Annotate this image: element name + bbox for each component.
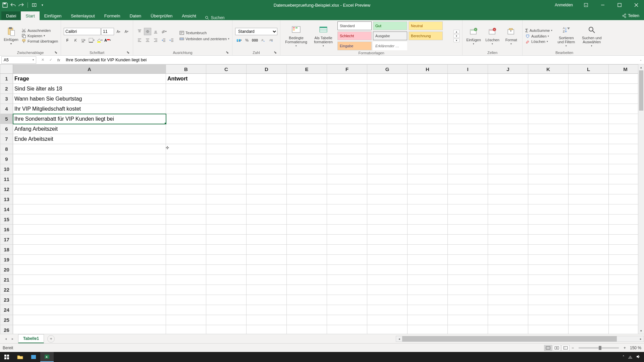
cell-A5[interactable]: Ihre Sonderrabatt für VIP Kunden liegt b… bbox=[13, 114, 166, 124]
decrease-font-icon[interactable]: A▾ bbox=[123, 28, 130, 35]
insert-function-icon[interactable]: fx bbox=[55, 57, 62, 63]
cell-C8[interactable] bbox=[206, 144, 247, 154]
format-as-table-button[interactable]: Als Tabelle formatieren▾ bbox=[311, 24, 335, 48]
cell-D24[interactable] bbox=[247, 305, 287, 315]
zoom-slider[interactable] bbox=[579, 347, 619, 349]
cell-F24[interactable] bbox=[327, 305, 367, 315]
cell-H20[interactable] bbox=[408, 265, 448, 275]
cell-C16[interactable] bbox=[206, 225, 247, 235]
underline-button[interactable]: U▾ bbox=[80, 37, 87, 44]
cell-F11[interactable] bbox=[327, 174, 367, 184]
cell-M19[interactable] bbox=[609, 255, 642, 265]
cell-K5[interactable] bbox=[528, 114, 569, 124]
cell-B4[interactable] bbox=[166, 104, 206, 114]
cell-D18[interactable] bbox=[247, 245, 287, 255]
cell-I3[interactable] bbox=[448, 94, 488, 104]
row-header-20[interactable]: 20 bbox=[0, 265, 13, 275]
cell-B13[interactable] bbox=[166, 194, 206, 204]
cell-G21[interactable] bbox=[367, 275, 408, 285]
cell-J9[interactable] bbox=[488, 154, 528, 164]
cell-D10[interactable] bbox=[247, 164, 287, 174]
insert-cells-button[interactable]: +Einfügen▾ bbox=[465, 26, 482, 46]
cell-F5[interactable] bbox=[327, 114, 367, 124]
cell-L4[interactable] bbox=[569, 104, 609, 114]
cell-I14[interactable] bbox=[448, 204, 488, 215]
cell-H19[interactable] bbox=[408, 255, 448, 265]
hscroll-thumb[interactable] bbox=[402, 336, 617, 342]
cell-K1[interactable] bbox=[528, 74, 569, 84]
cell-D2[interactable] bbox=[247, 84, 287, 94]
col-header-G[interactable]: G bbox=[367, 65, 408, 74]
cell-A11[interactable] bbox=[13, 174, 166, 184]
cell-J25[interactable] bbox=[488, 315, 528, 325]
row-header-10[interactable]: 10 bbox=[0, 164, 13, 174]
tray-volume-icon[interactable] bbox=[636, 355, 641, 359]
cell-C13[interactable] bbox=[206, 194, 247, 204]
cell-I8[interactable] bbox=[448, 144, 488, 154]
cell-A3[interactable]: Wann haben Sie Geburtstag bbox=[13, 94, 166, 104]
cell-G6[interactable] bbox=[367, 124, 408, 134]
align-top-icon[interactable] bbox=[136, 28, 143, 35]
cell-H26[interactable] bbox=[408, 325, 448, 334]
bold-button[interactable]: F bbox=[64, 37, 71, 44]
cut-button[interactable]: Ausschneiden bbox=[21, 28, 58, 33]
cell-B10[interactable] bbox=[166, 164, 206, 174]
align-right-icon[interactable] bbox=[152, 37, 159, 44]
tray-chevron-icon[interactable]: ˄ bbox=[623, 355, 625, 359]
cell-B5[interactable] bbox=[166, 114, 206, 124]
cell-H7[interactable] bbox=[408, 134, 448, 144]
cell-I13[interactable] bbox=[448, 194, 488, 204]
row-header-5[interactable]: 5 bbox=[0, 114, 13, 124]
cell-J3[interactable] bbox=[488, 94, 528, 104]
cell-L2[interactable] bbox=[569, 84, 609, 94]
cell-E4[interactable] bbox=[287, 104, 327, 114]
cell-E5[interactable] bbox=[287, 114, 327, 124]
cell-B21[interactable] bbox=[166, 275, 206, 285]
cell-K25[interactable] bbox=[528, 315, 569, 325]
row-header-21[interactable]: 21 bbox=[0, 275, 13, 285]
cell-C6[interactable] bbox=[206, 124, 247, 134]
cell-L3[interactable] bbox=[569, 94, 609, 104]
tab-datei[interactable]: Datei bbox=[1, 11, 21, 20]
cell-D4[interactable] bbox=[247, 104, 287, 114]
row-header-24[interactable]: 24 bbox=[0, 305, 13, 315]
cell-C2[interactable] bbox=[206, 84, 247, 94]
cell-E21[interactable] bbox=[287, 275, 327, 285]
format-painter-button[interactable]: Format übertragen bbox=[21, 39, 58, 44]
cell-M17[interactable] bbox=[609, 235, 642, 245]
cell-K26[interactable] bbox=[528, 325, 569, 334]
tray-network-icon[interactable] bbox=[628, 355, 633, 359]
cell-L9[interactable] bbox=[569, 154, 609, 164]
cell-A17[interactable] bbox=[13, 235, 166, 245]
cell-G12[interactable] bbox=[367, 184, 408, 194]
cell-E1[interactable] bbox=[287, 74, 327, 84]
cell-A21[interactable] bbox=[13, 275, 166, 285]
col-header-D[interactable]: D bbox=[247, 65, 287, 74]
cell-B11[interactable] bbox=[166, 174, 206, 184]
wrap-text-button[interactable]: Textumbruch bbox=[179, 31, 229, 35]
col-header-K[interactable]: K bbox=[528, 65, 569, 74]
col-header-E[interactable]: E bbox=[287, 65, 327, 74]
cell-F3[interactable] bbox=[327, 94, 367, 104]
cell-C19[interactable] bbox=[206, 255, 247, 265]
delete-cells-button[interactable]: ×Löschen▾ bbox=[484, 26, 501, 46]
cell-E13[interactable] bbox=[287, 194, 327, 204]
cell-H21[interactable] bbox=[408, 275, 448, 285]
cell-F4[interactable] bbox=[327, 104, 367, 114]
border-button[interactable]: ▾ bbox=[88, 37, 95, 44]
cell-C4[interactable] bbox=[206, 104, 247, 114]
cell-K24[interactable] bbox=[528, 305, 569, 315]
cell-A18[interactable] bbox=[13, 245, 166, 255]
undo-icon[interactable] bbox=[10, 2, 16, 8]
cell-M1[interactable] bbox=[609, 74, 642, 84]
cell-H23[interactable] bbox=[408, 295, 448, 305]
cell-G9[interactable] bbox=[367, 154, 408, 164]
tab-formeln[interactable]: Formeln bbox=[100, 11, 125, 20]
add-sheet-button[interactable]: + bbox=[47, 335, 55, 343]
cell-I22[interactable] bbox=[448, 285, 488, 295]
cell-G19[interactable] bbox=[367, 255, 408, 265]
scroll-down-icon[interactable]: ▾ bbox=[638, 328, 644, 334]
clipboard-launcher-icon[interactable]: ⬊ bbox=[53, 50, 58, 55]
font-color-button[interactable]: A▾ bbox=[104, 37, 111, 44]
cell-L26[interactable] bbox=[569, 325, 609, 334]
